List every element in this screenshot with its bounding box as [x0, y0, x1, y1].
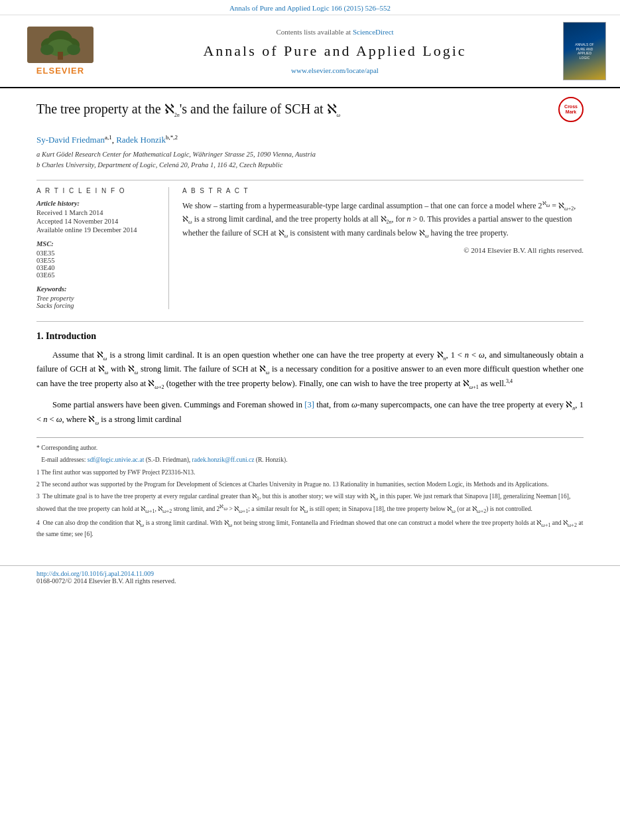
footnote-1: 1 The first author was supported by FWF … — [36, 468, 584, 477]
ref-3-link[interactable]: [3] — [304, 400, 314, 409]
journal-title: Annals of Pure and Applied Logic — [203, 38, 466, 64]
publisher-logo-area: ELSEVIER — [11, 22, 110, 80]
abstract-col: A B S T R A C T We show – starting from … — [182, 187, 584, 309]
doi-line: http://dx.doi.org/10.1016/j.apal.2014.11… — [36, 570, 584, 577]
msc-section: MSC: 03E35 03E55 03E40 03E65 — [36, 240, 159, 279]
journal-header-center: Contents lists available at ScienceDirec… — [117, 22, 553, 80]
article-info-title: A R T I C L E I N F O — [36, 187, 159, 194]
intro-heading: 1. Introduction — [36, 331, 584, 342]
doi-link[interactable]: http://dx.doi.org/10.1016/j.apal.2014.11… — [36, 570, 154, 577]
sup-footnote-34: 3,4 — [506, 378, 513, 384]
footnote-2: 2 The second author was supported by the… — [36, 480, 584, 489]
intro-para-1: Assume that ℵω is a strong limit cardina… — [36, 348, 584, 391]
page-header: ELSEVIER Contents lists available at Sci… — [0, 15, 620, 88]
history-label: Article history: — [36, 200, 159, 207]
body-content: 1. Introduction Assume that ℵω is a stro… — [36, 321, 584, 427]
msc-item-3: 03E40 — [36, 264, 159, 271]
journal-cover-area: ANNALS OFPURE ANDAPPLIEDLOGIC — [560, 22, 609, 80]
article-info-col: A R T I C L E I N F O Article history: R… — [36, 187, 169, 309]
science-direct-link[interactable]: ScienceDirect — [353, 28, 394, 36]
crossmark-badge[interactable]: CrossMark — [558, 97, 584, 122]
affiliations: a Kurt Gödel Research Center for Mathema… — [36, 149, 584, 171]
science-direct-line: Contents lists available at ScienceDirec… — [276, 28, 393, 36]
keyword-2: Sacks forcing — [36, 302, 159, 309]
main-content-area: The tree property at the ℵ2n's and the f… — [0, 88, 620, 555]
paper-title: The tree property at the ℵ2n's and the f… — [36, 100, 552, 119]
footnote-email: E-mail addresses: sdf@logic.univie.ac.at… — [36, 455, 584, 464]
author-honzik[interactable]: Radek Honzik — [116, 135, 166, 145]
elsevier-tree-image — [27, 27, 93, 63]
intro-para-2: Some partial answers have been given. Cu… — [36, 398, 584, 427]
author-friedman[interactable]: Sy-David Friedman — [36, 135, 105, 145]
cover-text-line1: ANNALS OFPURE ANDAPPLIEDLOGIC — [575, 42, 593, 60]
footnote-corr: * Corresponding author. — [36, 443, 584, 453]
journal-url: www.elsevier.com/locate/apal — [291, 66, 379, 74]
abstract-title: A B S T R A C T — [182, 187, 584, 194]
email-friedman[interactable]: sdf@logic.univie.ac.at — [88, 456, 145, 463]
keywords-label: Keywords: — [36, 285, 159, 293]
accepted-date: Accepted 14 November 2014 — [36, 218, 159, 225]
crossmark-icon: CrossMark — [558, 97, 584, 122]
author-sup-2: b,*,2 — [166, 134, 178, 141]
svg-rect-5 — [58, 52, 63, 60]
authors-line: Sy-David Friedmana,1, Radek Honzikb,*,2 — [36, 134, 584, 145]
abstract-copyright: © 2014 Elsevier B.V. All rights reserved… — [182, 246, 584, 254]
msc-item-4: 03E65 — [36, 271, 159, 279]
msc-item-1: 03E35 — [36, 249, 159, 257]
journal-ref-link[interactable]: Annals of Pure and Applied Logic 166 (20… — [229, 4, 391, 12]
copyright-bottom: 0168-0072/© 2014 Elsevier B.V. All right… — [36, 577, 584, 585]
author-sup-1: a,1 — [105, 134, 112, 141]
journal-reference-bar: Annals of Pure and Applied Logic 166 (20… — [0, 0, 620, 15]
footnote-section: * Corresponding author. E-mail addresses… — [36, 437, 584, 539]
bottom-bar: http://dx.doi.org/10.1016/j.apal.2014.11… — [0, 565, 620, 585]
journal-cover-image: ANNALS OFPURE ANDAPPLIEDLOGIC — [563, 22, 606, 80]
journal-url-link[interactable]: www.elsevier.com/locate/apal — [291, 66, 379, 74]
affiliation-a: a Kurt Gödel Research Center for Mathema… — [36, 149, 584, 160]
affiliation-b: b Charles University, Department of Logi… — [36, 160, 584, 171]
svg-point-6 — [40, 44, 54, 55]
elsevier-wordmark: ELSEVIER — [36, 66, 84, 76]
article-info-abstract-section: A R T I C L E I N F O Article history: R… — [36, 180, 584, 309]
keyword-1: Tree property — [36, 295, 159, 302]
msc-label: MSC: — [36, 240, 159, 247]
footnote-4: 4 One can also drop the condition that ℵ… — [36, 518, 584, 539]
email-honzik[interactable]: radek.honzik@ff.cuni.cz — [192, 456, 255, 463]
abstract-text: We show – starting from a hypermeasurabl… — [182, 200, 584, 241]
footnote-3: 3 The ultimate goal is to have the tree … — [36, 492, 584, 516]
keywords-section: Keywords: Tree property Sacks forcing — [36, 285, 159, 309]
svg-point-7 — [67, 44, 80, 55]
available-date: Available online 19 December 2014 — [36, 226, 159, 234]
received-date: Received 1 March 2014 — [36, 209, 159, 216]
msc-item-2: 03E55 — [36, 257, 159, 264]
